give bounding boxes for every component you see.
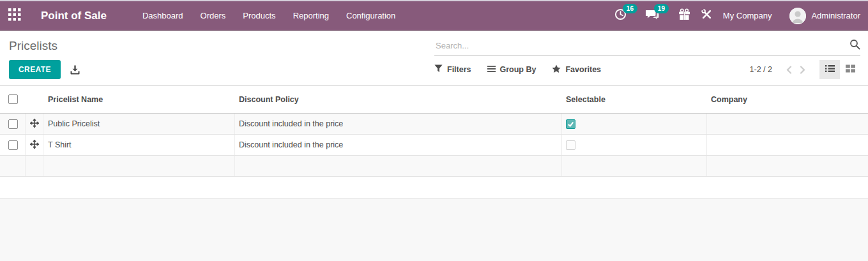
discount-policy-cell[interactable]: Discount included in the price bbox=[235, 135, 562, 155]
navbar-systray: 16 19 bbox=[614, 8, 860, 24]
group-by-button[interactable]: Group By bbox=[487, 65, 537, 75]
pager-range: 1-2 / 2 bbox=[750, 65, 772, 74]
main-navbar: Point of Sale Dashboard Orders Products … bbox=[0, 1, 868, 31]
nav-item-configuration[interactable]: Configuration bbox=[346, 11, 395, 20]
messages-button[interactable]: 19 bbox=[646, 8, 673, 23]
column-header-company[interactable]: Company bbox=[707, 86, 868, 113]
table-header-row: Pricelist Name Discount Policy Selectabl… bbox=[0, 86, 868, 114]
row-select-checkbox[interactable] bbox=[8, 140, 18, 150]
gift-icon bbox=[678, 8, 690, 23]
pricelist-name-cell[interactable]: Public Pricelist bbox=[43, 114, 235, 134]
selectable-checkbox[interactable] bbox=[566, 119, 575, 129]
create-button[interactable]: CREATE bbox=[9, 60, 61, 79]
search-box bbox=[434, 39, 860, 56]
company-switcher[interactable]: My Company bbox=[723, 11, 772, 20]
selectable-checkbox[interactable] bbox=[566, 140, 575, 150]
pager-previous-button[interactable] bbox=[782, 63, 796, 77]
filter-toolbar: Filters Group By Favorites 1-2 / 2 bbox=[434, 56, 868, 84]
pricelist-name-cell[interactable]: T Shirt bbox=[43, 135, 235, 155]
activities-button[interactable]: 16 bbox=[614, 8, 641, 23]
tools-button[interactable] bbox=[701, 9, 712, 22]
table-row[interactable]: T Shirt Discount included in the price bbox=[0, 135, 868, 156]
search-input[interactable] bbox=[434, 40, 849, 51]
search-area bbox=[434, 31, 868, 56]
app-title[interactable]: Point of Sale bbox=[41, 10, 107, 22]
user-avatar bbox=[789, 8, 806, 24]
apps-menu-button[interactable] bbox=[0, 1, 29, 31]
page-background bbox=[0, 198, 868, 261]
pricelists-table: Pricelist Name Discount Policy Selectabl… bbox=[0, 85, 868, 177]
user-menu[interactable]: Administrator bbox=[780, 8, 860, 24]
list-view-button[interactable] bbox=[819, 60, 840, 79]
group-by-bars-icon bbox=[487, 65, 496, 75]
search-icon[interactable] bbox=[849, 39, 860, 52]
row-select-checkbox[interactable] bbox=[8, 119, 18, 129]
drag-handle-icon[interactable] bbox=[30, 119, 39, 130]
view-switcher bbox=[819, 60, 860, 79]
drag-handle-icon[interactable] bbox=[30, 140, 39, 151]
select-all-checkbox[interactable] bbox=[8, 94, 18, 104]
filter-funnel-icon bbox=[434, 64, 443, 75]
pager-next-button[interactable] bbox=[796, 63, 809, 77]
app-menu: Dashboard Orders Products Reporting Conf… bbox=[142, 11, 395, 20]
control-panel: Pricelists CREATE bbox=[0, 31, 868, 85]
column-header-pricelist-name[interactable]: Pricelist Name bbox=[43, 86, 235, 113]
list-view-icon bbox=[825, 64, 835, 75]
table-footer-strip bbox=[0, 156, 868, 177]
action-buttons: CREATE bbox=[0, 56, 434, 84]
nav-item-dashboard[interactable]: Dashboard bbox=[142, 11, 183, 20]
filters-button[interactable]: Filters bbox=[434, 64, 471, 75]
company-cell[interactable] bbox=[707, 135, 868, 155]
star-icon bbox=[552, 64, 561, 75]
kanban-view-icon bbox=[846, 64, 855, 75]
message-count-badge: 19 bbox=[654, 4, 669, 13]
user-name: Administrator bbox=[811, 11, 860, 20]
content-spacer bbox=[0, 177, 868, 198]
nav-item-reporting[interactable]: Reporting bbox=[293, 11, 329, 20]
column-header-discount-policy[interactable]: Discount Policy bbox=[235, 86, 562, 113]
activity-count-badge: 16 bbox=[623, 4, 637, 13]
nav-item-orders[interactable]: Orders bbox=[201, 11, 226, 20]
referral-button[interactable] bbox=[678, 8, 690, 23]
export-icon[interactable] bbox=[70, 65, 80, 75]
company-cell[interactable] bbox=[707, 114, 868, 134]
apps-grid-icon bbox=[8, 8, 21, 24]
pager: 1-2 / 2 bbox=[750, 60, 860, 79]
favorites-button[interactable]: Favorites bbox=[552, 64, 601, 75]
page-title: Pricelists bbox=[9, 39, 57, 53]
breadcrumb: Pricelists bbox=[0, 31, 434, 56]
column-header-selectable[interactable]: Selectable bbox=[562, 86, 707, 113]
tools-icon bbox=[701, 9, 712, 22]
table-row[interactable]: Public Pricelist Discount included in th… bbox=[0, 114, 868, 135]
kanban-view-button[interactable] bbox=[840, 60, 860, 79]
discount-policy-cell[interactable]: Discount included in the price bbox=[235, 114, 562, 134]
nav-item-products[interactable]: Products bbox=[243, 11, 275, 20]
